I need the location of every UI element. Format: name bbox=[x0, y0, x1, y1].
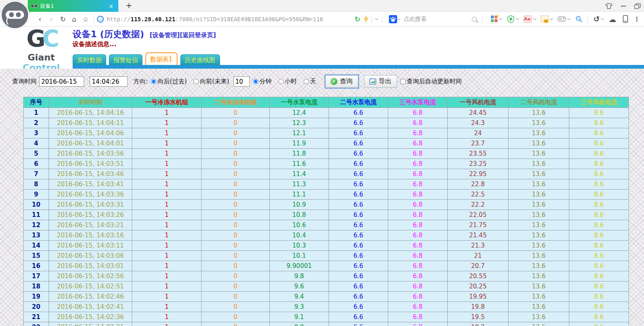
cloud-sync-icon[interactable]: ☁ bbox=[608, 15, 616, 24]
table-cell: 8.6 bbox=[569, 261, 629, 271]
table-cell: 8.9 bbox=[270, 322, 329, 326]
unit-hour-radio[interactable] bbox=[278, 79, 284, 84]
chevron-down-icon[interactable] bbox=[567, 17, 571, 20]
table-row: 112016-06-15, 14:03:261010.86.66.822.051… bbox=[24, 210, 629, 220]
chevron-down-icon[interactable] bbox=[550, 17, 553, 20]
tab-underline-bar bbox=[73, 65, 644, 69]
gamepad-extension-icon[interactable] bbox=[557, 16, 566, 22]
device-manage-link[interactable]: [设备管理] bbox=[150, 31, 180, 39]
query-time-input[interactable] bbox=[90, 76, 128, 87]
table-cell: 13.6 bbox=[509, 159, 569, 169]
auto-update-checkbox[interactable] bbox=[400, 79, 406, 84]
table-cell: 24.45 bbox=[448, 108, 509, 118]
shield-extension-icon[interactable]: ¥ bbox=[507, 15, 515, 23]
magnifier-extension-icon[interactable] bbox=[575, 16, 582, 23]
tab-data-table-1[interactable]: 数据表1 bbox=[145, 52, 178, 65]
chevron-down-icon[interactable] bbox=[516, 17, 519, 20]
minimize-icon[interactable] bbox=[621, 6, 626, 7]
amount-input[interactable] bbox=[233, 76, 250, 87]
ad-block-extension-icon[interactable]: Aa bbox=[524, 16, 532, 23]
browser-tab-title: 设备1 bbox=[40, 2, 107, 10]
coupon-extension-icon[interactable] bbox=[541, 16, 549, 22]
query-button[interactable]: ✓ 查询 bbox=[325, 75, 358, 88]
column-header: 三号风机电流 bbox=[569, 97, 629, 108]
menu-dots-icon[interactable]: ⋮ bbox=[634, 16, 640, 23]
bookmark-star-icon[interactable]: ☆ bbox=[80, 15, 91, 23]
table-cell: 8.6 bbox=[569, 281, 629, 292]
chevron-down-icon[interactable] bbox=[601, 17, 604, 20]
paw-search-engine-icon[interactable] bbox=[389, 15, 397, 23]
reload-icon[interactable]: ↻ bbox=[57, 15, 69, 23]
auto-update-label[interactable]: 查询后自动更新时间 bbox=[407, 78, 462, 85]
table-row: 132016-06-15, 14:03:161010.46.66.821.451… bbox=[24, 230, 629, 241]
table-cell: 6.8 bbox=[388, 271, 448, 281]
direction-back-label[interactable]: 向后(过去) bbox=[158, 78, 187, 85]
table-cell: 6.8 bbox=[388, 190, 448, 200]
page-speed-icon[interactable]: ↻ bbox=[355, 15, 360, 23]
table-row: 212016-06-15, 14:02:36109.16.66.819.513.… bbox=[24, 312, 629, 322]
restore-icon[interactable] bbox=[634, 3, 641, 9]
table-cell: 0 bbox=[202, 200, 270, 210]
unit-day-radio[interactable] bbox=[304, 79, 309, 84]
tab-close-icon[interactable]: × bbox=[107, 3, 115, 9]
table-cell: 0 bbox=[202, 128, 270, 138]
forward-icon[interactable]: › bbox=[46, 15, 57, 23]
direction-back-radio[interactable] bbox=[151, 79, 156, 84]
table-cell: 22.05 bbox=[448, 210, 509, 220]
unit-minute-label[interactable]: 分钟 bbox=[260, 78, 272, 85]
table-cell: 20.55 bbox=[448, 271, 509, 281]
browser-search-box[interactable]: 点此搜索 bbox=[389, 15, 477, 23]
table-cell: 13.6 bbox=[509, 190, 569, 200]
query-toolbar: 查询时间 方向: 向后(过去) 向前(未来) 分钟 小时 天 ✓ 查询 导出 查… bbox=[12, 75, 644, 88]
lightning-icon[interactable] bbox=[364, 16, 369, 22]
page-title: 设备1 (历史数据) [设备管理][返回登录页] bbox=[73, 28, 216, 40]
tab-alarm-sms[interactable]: 报警短信 bbox=[109, 54, 142, 65]
table-cell: 20 bbox=[24, 302, 49, 312]
phone-icon[interactable] bbox=[623, 15, 628, 23]
table-cell: 8.6 bbox=[569, 190, 629, 200]
table-cell: 8.6 bbox=[569, 159, 629, 169]
tab-realtime-data[interactable]: 实时数据 bbox=[73, 54, 106, 65]
back-to-login-link[interactable]: [返回登录页] bbox=[180, 31, 216, 39]
table-cell: 8.6 bbox=[569, 149, 629, 159]
table-cell: 6.8 bbox=[388, 118, 448, 128]
apps-grid-icon[interactable]: + bbox=[491, 16, 498, 22]
tab-history-curve[interactable]: 历史曲线图 bbox=[180, 54, 220, 65]
home-icon[interactable]: ⌂ bbox=[69, 15, 80, 23]
table-header-row: 序号采样时间一号冷冻水机组二号冷冻水机组一号水泵电流二号水泵电流三号水泵电流一号… bbox=[24, 97, 629, 108]
browser-mask-avatar[interactable] bbox=[0, 0, 29, 29]
table-cell: 8.6 bbox=[569, 292, 629, 302]
table-row: 62016-06-15, 14:03:511011.66.66.823.2513… bbox=[24, 159, 629, 169]
table-cell: 2016-06-15, 14:03:01 bbox=[49, 261, 132, 271]
skin-shirt-icon[interactable] bbox=[605, 3, 613, 9]
address-bar[interactable]: http://115.28.40.121:7080/ni?SID=318EAE4… bbox=[107, 16, 323, 22]
chevron-down-icon[interactable] bbox=[499, 17, 502, 20]
table-cell: 13.6 bbox=[509, 149, 569, 159]
unit-hour-label[interactable]: 小时 bbox=[285, 78, 297, 85]
direction-forward-label[interactable]: 向前(未来) bbox=[200, 78, 229, 85]
direction-forward-radio[interactable] bbox=[193, 79, 199, 84]
unit-day-label[interactable]: 天 bbox=[310, 78, 316, 85]
chevron-down-icon[interactable] bbox=[533, 17, 536, 20]
mask-favicon-icon bbox=[31, 4, 38, 8]
table-cell: 17 bbox=[24, 271, 49, 281]
table-cell: 6.6 bbox=[329, 118, 388, 128]
query-date-input[interactable] bbox=[39, 76, 84, 87]
chevron-down-icon[interactable] bbox=[397, 17, 400, 20]
back-icon[interactable]: ‹ bbox=[34, 15, 46, 23]
table-cell: 10.8 bbox=[270, 210, 329, 220]
table-cell: 8.6 bbox=[569, 251, 629, 261]
table-cell: 2016-06-15, 14:03:56 bbox=[49, 149, 132, 159]
table-cell: 2016-06-15, 14:03:31 bbox=[49, 200, 132, 210]
search-icon[interactable] bbox=[472, 17, 477, 22]
unit-minute-radio[interactable] bbox=[253, 79, 258, 84]
new-tab-button[interactable]: + bbox=[124, 1, 134, 10]
export-button[interactable]: 导出 bbox=[364, 75, 397, 88]
browser-tab[interactable]: 设备1 × bbox=[28, 0, 118, 12]
table-row: 162016-06-15, 14:03:01109.900016.66.820.… bbox=[24, 261, 629, 271]
chevron-down-icon[interactable] bbox=[375, 17, 378, 20]
table-cell: 0 bbox=[202, 281, 270, 292]
table-cell: 6.6 bbox=[329, 281, 388, 292]
undo-icon[interactable]: ↺ bbox=[593, 15, 600, 23]
table-row: 82016-06-15, 14:03:411011.36.66.822.813.… bbox=[24, 179, 629, 190]
